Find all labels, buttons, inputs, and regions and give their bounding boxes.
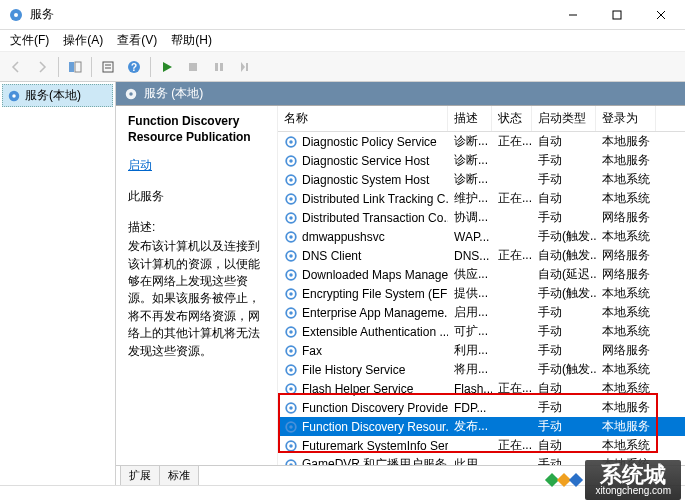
cell-desc: 诊断... [448, 151, 492, 170]
service-row[interactable]: Encrypting File System (EFS)提供...手动(触发..… [278, 284, 685, 303]
cell-desc: 提供... [448, 284, 492, 303]
svg-rect-14 [215, 63, 218, 71]
restart-service-button[interactable] [233, 55, 257, 79]
toolbar: ? [0, 52, 685, 82]
pause-service-button[interactable] [207, 55, 231, 79]
svg-point-18 [12, 94, 16, 98]
show-hide-tree-button[interactable] [63, 55, 87, 79]
cell-name: Encrypting File System (EFS) [278, 286, 448, 302]
cell-status [492, 293, 532, 295]
svg-point-34 [289, 254, 293, 258]
service-row[interactable]: Enterprise App Manageme...启用...手动本地系统 [278, 303, 685, 322]
cell-status: 正在... [492, 132, 532, 151]
cell-desc: 此用... [448, 455, 492, 465]
menu-view[interactable]: 查看(V) [111, 30, 163, 51]
column-name[interactable]: 名称 [278, 106, 448, 131]
stop-service-button[interactable] [181, 55, 205, 79]
cell-logon: 本地系统 [596, 322, 656, 341]
svg-point-52 [289, 425, 293, 429]
service-list: 名称 描述 状态 启动类型 登录为 Diagnostic Policy Serv… [278, 106, 685, 465]
svg-point-44 [289, 349, 293, 353]
cell-name: Diagnostic Service Host [278, 153, 448, 169]
help-button[interactable]: ? [122, 55, 146, 79]
service-row[interactable]: Extensible Authentication ...可扩...手动本地系统 [278, 322, 685, 341]
service-row[interactable]: Futuremark SystemInfo Ser...正在...自动本地系统 [278, 436, 685, 455]
service-row[interactable]: Distributed Transaction Co...协调...手动网络服务 [278, 208, 685, 227]
service-row[interactable]: Diagnostic System Host诊断...手动本地系统 [278, 170, 685, 189]
cell-desc: 供应... [448, 265, 492, 284]
cell-status [492, 236, 532, 238]
service-row[interactable]: Function Discovery Resour...发布...手动本地服务 [278, 417, 685, 436]
service-row[interactable]: Function Discovery Provide...FDP...手动本地服… [278, 398, 685, 417]
cell-status: 正在... [492, 436, 532, 455]
service-row[interactable]: Distributed Link Tracking C...维护...正在...… [278, 189, 685, 208]
cell-startup: 自动 [532, 379, 596, 398]
service-row[interactable]: dmwappushsvcWAP...手动(触发...本地系统 [278, 227, 685, 246]
tab-extended[interactable]: 扩展 [120, 465, 159, 485]
cell-logon: 本地系统 [596, 227, 656, 246]
tree-node-services-local[interactable]: 服务(本地) [2, 84, 113, 107]
list-header: 名称 描述 状态 启动类型 登录为 [278, 106, 685, 132]
cell-desc: 可扩... [448, 322, 492, 341]
cell-startup: 自动 [532, 189, 596, 208]
cell-desc: 启用... [448, 303, 492, 322]
cell-desc: 诊断... [448, 170, 492, 189]
menu-help[interactable]: 帮助(H) [165, 30, 218, 51]
column-logon[interactable]: 登录为 [596, 106, 656, 131]
svg-point-24 [289, 159, 293, 163]
cell-name: dmwappushsvc [278, 229, 448, 245]
start-service-button[interactable] [155, 55, 179, 79]
cell-status: 正在... [492, 189, 532, 208]
back-button[interactable] [4, 55, 28, 79]
toolbar-separator [91, 57, 92, 77]
start-service-link[interactable]: 启动 [128, 157, 267, 174]
service-row[interactable]: File History Service将用...手动(触发...本地系统 [278, 360, 685, 379]
cell-logon: 本地系统 [596, 379, 656, 398]
cell-name: Distributed Transaction Co... [278, 210, 448, 226]
tab-standard[interactable]: 标准 [159, 465, 199, 485]
cell-name: Extensible Authentication ... [278, 324, 448, 340]
column-startup[interactable]: 启动类型 [532, 106, 596, 131]
service-row[interactable]: Fax利用...手动网络服务 [278, 341, 685, 360]
menu-file[interactable]: 文件(F) [4, 30, 55, 51]
menu-action[interactable]: 操作(A) [57, 30, 109, 51]
column-status[interactable]: 状态 [492, 106, 532, 131]
toolbar-separator [58, 57, 59, 77]
service-row[interactable]: Downloaded Maps Manager供应...自动(延迟...网络服务 [278, 265, 685, 284]
cell-logon: 网络服务 [596, 208, 656, 227]
cell-status [492, 369, 532, 371]
cell-logon: 本地服务 [596, 417, 656, 436]
service-row[interactable]: Flash Helper ServiceFlash...正在...自动本地系统 [278, 379, 685, 398]
service-row[interactable]: DNS ClientDNS...正在...自动(触发...网络服务 [278, 246, 685, 265]
cell-desc: DNS... [448, 248, 492, 264]
cell-name: Diagnostic Policy Service [278, 134, 448, 150]
svg-point-32 [289, 235, 293, 239]
svg-point-50 [289, 406, 293, 410]
service-row[interactable]: GameDVR 和广播用户服务...此用...手动本地系统 [278, 455, 685, 465]
close-button[interactable] [639, 1, 683, 29]
service-row[interactable]: Diagnostic Service Host诊断...手动本地服务 [278, 151, 685, 170]
minimize-button[interactable] [551, 1, 595, 29]
svg-point-20 [129, 92, 133, 96]
cell-desc: WAP... [448, 229, 492, 245]
cell-status [492, 312, 532, 314]
svg-point-36 [289, 273, 293, 277]
cell-logon: 本地系统 [596, 189, 656, 208]
cell-status [492, 350, 532, 352]
cell-desc: 利用... [448, 341, 492, 360]
services-icon [8, 7, 24, 23]
svg-point-22 [289, 140, 293, 144]
maximize-button[interactable] [595, 1, 639, 29]
svg-rect-15 [220, 63, 223, 71]
service-row[interactable]: Diagnostic Policy Service诊断...正在...自动本地服… [278, 132, 685, 151]
properties-button[interactable] [96, 55, 120, 79]
column-desc[interactable]: 描述 [448, 106, 492, 131]
cell-name: Distributed Link Tracking C... [278, 191, 448, 207]
tab-strip: 扩展 标准 [116, 465, 685, 485]
cell-desc: Flash... [448, 381, 492, 397]
cell-startup: 手动 [532, 303, 596, 322]
cell-logon: 本地服务 [596, 398, 656, 417]
cell-name: Downloaded Maps Manager [278, 267, 448, 283]
page-header-label: 服务 (本地) [144, 85, 203, 102]
forward-button[interactable] [30, 55, 54, 79]
